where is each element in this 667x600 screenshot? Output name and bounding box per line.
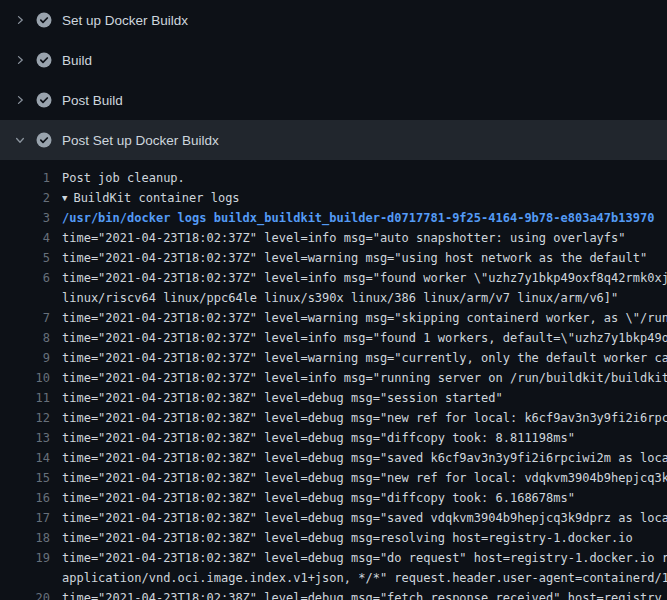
chevron-icon: [14, 14, 26, 26]
check-circle-icon: [36, 12, 52, 28]
log-line: 15 time="2021-04-23T18:02:38Z" level=deb…: [0, 468, 667, 488]
log-line: 19 time="2021-04-23T18:02:38Z" level=deb…: [0, 548, 667, 588]
check-circle-icon: [36, 132, 52, 148]
log-text: time="2021-04-23T18:02:37Z" level=info m…: [62, 268, 667, 308]
step-label: Post Build: [62, 93, 123, 108]
check-circle-icon: [36, 92, 52, 108]
line-number[interactable]: 14: [0, 448, 50, 468]
log-line: 5 time="2021-04-23T18:02:37Z" level=warn…: [0, 248, 667, 268]
log-line: 18 time="2021-04-23T18:02:38Z" level=deb…: [0, 528, 667, 548]
chevron-icon: [14, 54, 26, 66]
log-text: time="2021-04-23T18:02:38Z" level=debug …: [62, 388, 667, 408]
line-number[interactable]: 10: [0, 368, 50, 388]
log-text[interactable]: ▼BuildKit container logs: [62, 188, 667, 208]
log-line: 10 time="2021-04-23T18:02:37Z" level=inf…: [0, 368, 667, 388]
line-number[interactable]: 18: [0, 528, 50, 548]
group-toggle-icon[interactable]: ▼: [62, 188, 67, 208]
line-number[interactable]: 1: [0, 168, 50, 188]
log-text: time="2021-04-23T18:02:37Z" level=warnin…: [62, 308, 667, 328]
line-number[interactable]: 5: [0, 248, 50, 268]
check-circle-icon: [36, 52, 52, 68]
log-text: time="2021-04-23T18:02:38Z" level=debug …: [62, 488, 667, 508]
actions-log-panel: Set up Docker Buildx Build P: [0, 0, 667, 600]
log-text: time="2021-04-23T18:02:38Z" level=debug …: [62, 548, 667, 588]
log-line: 3 /usr/bin/docker logs buildx_buildkit_b…: [0, 208, 667, 228]
line-number[interactable]: 9: [0, 348, 50, 368]
log-line: 17 time="2021-04-23T18:02:38Z" level=deb…: [0, 508, 667, 528]
line-number[interactable]: 15: [0, 468, 50, 488]
log-line: 8 time="2021-04-23T18:02:37Z" level=info…: [0, 328, 667, 348]
chevron-icon: [14, 134, 26, 146]
log-line: 9 time="2021-04-23T18:02:37Z" level=warn…: [0, 348, 667, 368]
step-header-post-set-up-docker-buildx[interactable]: Post Set up Docker Buildx: [0, 120, 667, 160]
chevron-icon: [14, 94, 26, 106]
step-list: Set up Docker Buildx Build P: [0, 0, 667, 160]
log-text: time="2021-04-23T18:02:37Z" level=info m…: [62, 368, 667, 388]
line-number[interactable]: 7: [0, 308, 50, 328]
log-line: 4 time="2021-04-23T18:02:37Z" level=info…: [0, 228, 667, 248]
log-text: time="2021-04-23T18:02:38Z" level=debug …: [62, 588, 667, 600]
line-number[interactable]: 3: [0, 208, 50, 228]
log-line: 13 time="2021-04-23T18:02:38Z" level=deb…: [0, 428, 667, 448]
log-text: time="2021-04-23T18:02:38Z" level=debug …: [62, 528, 667, 548]
log-line: 16 time="2021-04-23T18:02:38Z" level=deb…: [0, 488, 667, 508]
line-number[interactable]: 20: [0, 588, 50, 600]
line-number[interactable]: 8: [0, 328, 50, 348]
log-text: time="2021-04-23T18:02:37Z" level=info m…: [62, 228, 667, 248]
log-output: 1 Post job cleanup. 2 ▼BuildKit containe…: [0, 160, 667, 600]
log-text: Post job cleanup.: [62, 168, 667, 188]
step-label: Post Set up Docker Buildx: [62, 133, 219, 148]
log-line: 7 time="2021-04-23T18:02:37Z" level=warn…: [0, 308, 667, 328]
log-line: 12 time="2021-04-23T18:02:38Z" level=deb…: [0, 408, 667, 428]
line-number[interactable]: 19: [0, 548, 50, 568]
step-header-set-up-docker-buildx[interactable]: Set up Docker Buildx: [0, 0, 667, 40]
step-label: Set up Docker Buildx: [62, 13, 188, 28]
log-line: 20 time="2021-04-23T18:02:38Z" level=deb…: [0, 588, 667, 600]
line-number[interactable]: 4: [0, 228, 50, 248]
log-line: 14 time="2021-04-23T18:02:38Z" level=deb…: [0, 448, 667, 468]
step-header-post-build[interactable]: Post Build: [0, 80, 667, 120]
log-text: time="2021-04-23T18:02:37Z" level=warnin…: [62, 248, 667, 268]
log-text: time="2021-04-23T18:02:38Z" level=debug …: [62, 508, 667, 528]
log-text: time="2021-04-23T18:02:38Z" level=debug …: [62, 468, 667, 488]
log-text: time="2021-04-23T18:02:38Z" level=debug …: [62, 448, 667, 468]
log-text: time="2021-04-23T18:02:38Z" level=debug …: [62, 408, 667, 428]
step-label: Build: [62, 53, 92, 68]
line-number[interactable]: 13: [0, 428, 50, 448]
log-text: time="2021-04-23T18:02:37Z" level=warnin…: [62, 348, 667, 368]
log-text: time="2021-04-23T18:02:38Z" level=debug …: [62, 428, 667, 448]
step-header-build[interactable]: Build: [0, 40, 667, 80]
line-number[interactable]: 2: [0, 188, 50, 208]
line-number[interactable]: 11: [0, 388, 50, 408]
line-number[interactable]: 6: [0, 268, 50, 288]
log-text: time="2021-04-23T18:02:37Z" level=info m…: [62, 328, 667, 348]
line-number[interactable]: 17: [0, 508, 50, 528]
log-line: 6 time="2021-04-23T18:02:37Z" level=info…: [0, 268, 667, 308]
log-line: 2 ▼BuildKit container logs: [0, 188, 667, 208]
line-number[interactable]: 16: [0, 488, 50, 508]
log-line: 11 time="2021-04-23T18:02:38Z" level=deb…: [0, 388, 667, 408]
log-line: 1 Post job cleanup.: [0, 168, 667, 188]
line-number[interactable]: 12: [0, 408, 50, 428]
log-text: /usr/bin/docker logs buildx_buildkit_bui…: [62, 208, 667, 228]
